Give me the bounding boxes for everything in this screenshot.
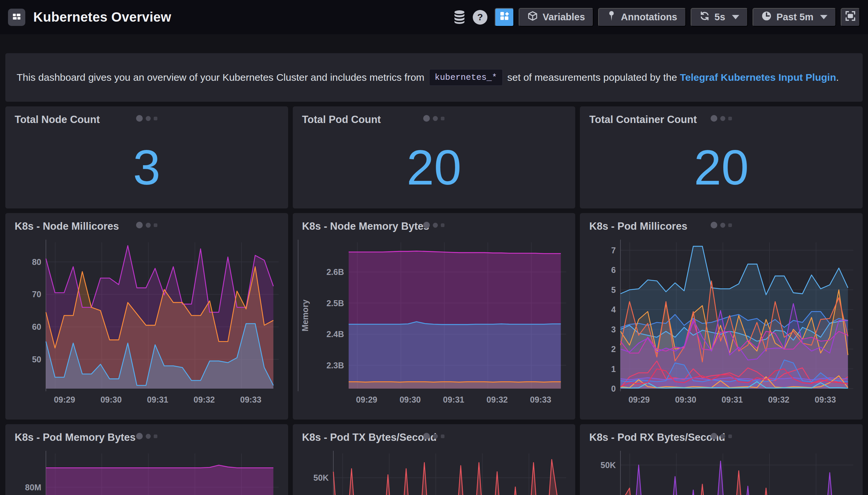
- svg-text:7: 7: [611, 246, 616, 255]
- svg-text:3: 3: [611, 325, 616, 334]
- variables-label: Variables: [542, 12, 585, 22]
- svg-text:50K: 50K: [601, 460, 616, 470]
- stat-value: 20: [694, 139, 749, 196]
- panel-menu-dots[interactable]: [136, 222, 157, 228]
- help-button[interactable]: ?: [473, 10, 487, 24]
- svg-text:09:31: 09:31: [722, 395, 743, 404]
- panel-title: K8s - Pod Memory Bytes: [15, 431, 136, 443]
- clock-icon: [761, 11, 772, 23]
- annotations-button[interactable]: Annotations: [598, 8, 686, 27]
- database-icon: [453, 9, 466, 25]
- panel-menu-dots[interactable]: [423, 222, 445, 228]
- svg-text:09:30: 09:30: [675, 395, 696, 404]
- panel-title: K8s - Node Millicores: [15, 220, 119, 233]
- panel-pod-rx-bytes: K8s - Pod RX Bytes/Second 09:2909:3009:3…: [580, 424, 863, 495]
- telegraf-plugin-link[interactable]: Telegraf Kubernetes Input Plugin: [680, 72, 836, 83]
- pod-memory-chart[interactable]: 09:2909:3009:3109:3209:3360M70M80M: [5, 444, 288, 495]
- svg-text:5: 5: [611, 285, 616, 294]
- note-text-after: set of measurements populated by the: [507, 72, 677, 83]
- panel-menu-dots[interactable]: [711, 115, 732, 122]
- pin-icon: [607, 11, 616, 23]
- note-code-chip: kubernetes_*: [429, 69, 503, 86]
- panel-total-node-count: Total Node Count 3: [5, 106, 288, 208]
- svg-text:09:33: 09:33: [815, 395, 836, 404]
- dashboards-nav-button[interactable]: [8, 8, 25, 26]
- svg-text:4: 4: [611, 305, 616, 314]
- variables-button[interactable]: Variables: [519, 8, 594, 27]
- svg-text:09:33: 09:33: [530, 395, 551, 404]
- chevron-down-icon: [820, 15, 828, 19]
- time-range-dropdown[interactable]: Past 5m: [753, 8, 836, 27]
- panel-pod-millicores: K8s - Pod Millicores 09:2909:3009:3109:3…: [580, 213, 863, 420]
- panel-node-millicores: K8s - Node Millicores 09:2909:3009:3109:…: [5, 213, 288, 420]
- svg-text:09:32: 09:32: [768, 395, 789, 404]
- chevron-down-icon: [732, 15, 739, 19]
- stat-value: 3: [133, 139, 160, 196]
- pod-millicores-chart[interactable]: 09:2909:3009:3109:3209:3301234567: [580, 233, 863, 414]
- panel-menu-dots[interactable]: [136, 115, 157, 122]
- panel-title: K8s - Pod TX Bytes/Second: [302, 431, 437, 443]
- svg-text:80: 80: [32, 257, 41, 267]
- svg-text:09:29: 09:29: [54, 395, 75, 404]
- panel-title: K8s - Pod RX Bytes/Second: [589, 431, 725, 443]
- svg-text:09:31: 09:31: [443, 395, 464, 404]
- refresh-icon: [699, 11, 710, 23]
- svg-text:2.5B: 2.5B: [327, 298, 344, 308]
- svg-text:09:32: 09:32: [194, 395, 215, 404]
- note-suffix: .: [836, 72, 839, 83]
- svg-text:70: 70: [32, 290, 41, 299]
- svg-text:09:31: 09:31: [147, 395, 168, 404]
- pod-rx-chart[interactable]: 09:2909:3009:3109:3209:3320K30K40K50K: [580, 444, 863, 495]
- question-mark-icon: ?: [477, 12, 483, 22]
- svg-text:09:29: 09:29: [629, 395, 650, 404]
- svg-text:0: 0: [611, 384, 616, 393]
- svg-text:80M: 80M: [25, 483, 41, 492]
- dashboard-grid: Total Node Count 3 Total Pod Count 20 To…: [5, 106, 863, 495]
- data-source-button[interactable]: [453, 9, 466, 25]
- panel-title: Total Pod Count: [302, 114, 381, 126]
- svg-text:2: 2: [611, 344, 616, 354]
- svg-text:09:29: 09:29: [356, 395, 377, 404]
- panel-title: K8s - Pod Millicores: [589, 220, 687, 233]
- panel-menu-dots[interactable]: [711, 433, 732, 440]
- panel-pod-tx-bytes: K8s - Pod TX Bytes/Second 09:2909:3009:3…: [293, 424, 575, 495]
- stat-value: 20: [406, 139, 462, 196]
- add-cell-icon: [499, 11, 510, 23]
- refresh-interval-dropdown[interactable]: 5s: [691, 8, 748, 27]
- refresh-interval-value: 5s: [715, 12, 725, 22]
- panel-total-pod-count: Total Pod Count 20: [293, 106, 575, 208]
- svg-text:09:30: 09:30: [400, 395, 421, 404]
- panel-menu-dots[interactable]: [423, 433, 445, 440]
- panel-menu-dots[interactable]: [136, 433, 157, 440]
- time-range-value: Past 5m: [777, 12, 814, 22]
- svg-text:50K: 50K: [313, 473, 329, 482]
- cube-icon: [527, 11, 538, 23]
- svg-text:Memory: Memory: [300, 300, 310, 331]
- svg-text:09:32: 09:32: [486, 395, 508, 404]
- page-title: Kubernetes Overview: [33, 10, 171, 24]
- svg-text:09:30: 09:30: [100, 395, 122, 404]
- dashboard-grid-icon: [12, 12, 22, 23]
- svg-text:50: 50: [32, 355, 41, 364]
- node-millicores-chart[interactable]: 09:2909:3009:3109:3209:3350607080: [5, 233, 288, 414]
- svg-text:60: 60: [32, 322, 41, 331]
- panel-total-container-count: Total Container Count 20: [580, 106, 863, 208]
- panel-title: Total Container Count: [589, 114, 697, 126]
- svg-text:2.3B: 2.3B: [327, 361, 344, 370]
- panel-title: Total Node Count: [15, 114, 100, 126]
- dashboard-note: This dashboard gives you an overview of …: [5, 53, 863, 102]
- panel-pod-memory-bytes: K8s - Pod Memory Bytes 09:2909:3009:3109…: [5, 424, 288, 495]
- top-bar: Kubernetes Overview ?: [0, 0, 868, 34]
- svg-text:09:33: 09:33: [240, 395, 262, 404]
- note-text-before: This dashboard gives you an overview of …: [17, 72, 424, 83]
- panel-node-memory-bytes: K8s - Node Memory Bytes 09:2909:3009:310…: [293, 213, 575, 420]
- panel-menu-dots[interactable]: [423, 115, 445, 122]
- presentation-mode-button[interactable]: [841, 8, 860, 27]
- svg-text:1: 1: [611, 364, 616, 374]
- pod-tx-chart[interactable]: 09:2909:3009:3109:3209:3320K30K40K50K: [293, 444, 575, 495]
- svg-text:2.6B: 2.6B: [327, 267, 344, 277]
- node-memory-chart[interactable]: 09:2909:3009:3109:3209:332.3B2.4B2.5B2.6…: [293, 233, 575, 414]
- add-cell-button[interactable]: [495, 8, 514, 27]
- panel-menu-dots[interactable]: [711, 222, 732, 228]
- fullscreen-icon: [845, 10, 856, 24]
